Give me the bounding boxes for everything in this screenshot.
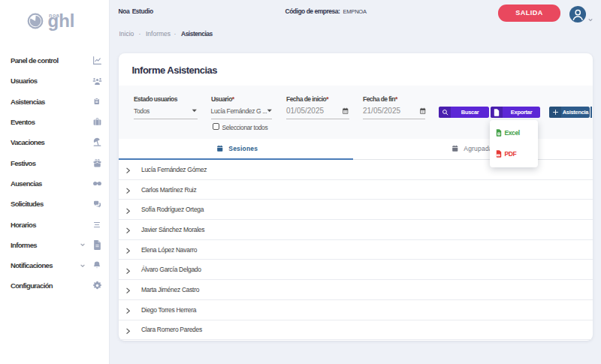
svg-text:ghl: ghl [48, 11, 75, 31]
